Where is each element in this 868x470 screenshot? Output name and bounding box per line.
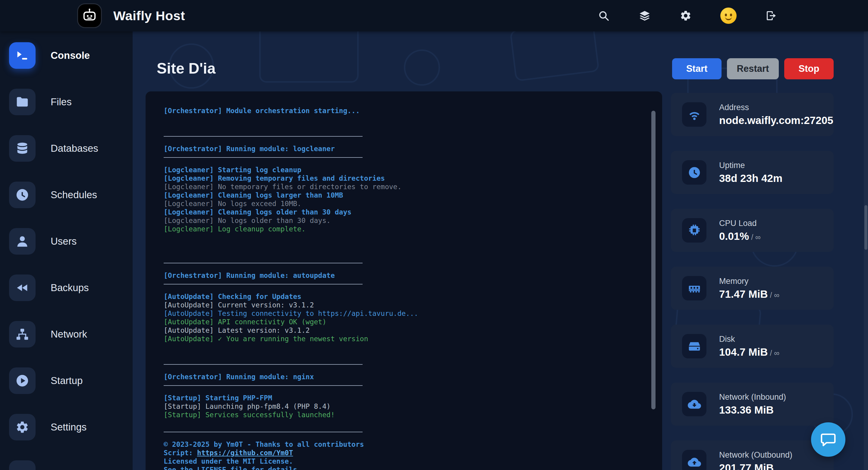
console-line [164,419,644,428]
app-logo[interactable] [77,3,102,28]
cloud-upload-icon [682,450,707,470]
console-line [164,115,644,123]
sidebar-item-label: Files [51,96,72,108]
sidebar-item-network[interactable]: Network [9,321,133,348]
console-line [164,385,644,394]
sidebar-nav: ConsoleFilesDatabasesSchedulesUsersBacku… [0,42,133,470]
wifi-icon [682,102,707,127]
stat-suffix: / ∞ [768,349,779,357]
folder-icon [9,89,36,115]
robot-icon [81,6,98,25]
sidebar-item-label: Backups [51,282,89,294]
console-line: © 2023-2025 by Ym0T - Thanks to all cont… [164,440,644,448]
console-line: [Orchestrator] Running module: logcleane… [164,145,644,153]
console-scrollbar-thumb[interactable] [651,111,655,409]
console-line [164,432,644,440]
clock-icon [9,182,36,208]
stat-label: Network (Outbound) [719,450,792,460]
sidebar-item-backups[interactable]: Backups [9,274,133,301]
sidebar-item-label: Startup [51,375,83,386]
console-line: [AutoUpdate] Checking for Updates [164,292,644,301]
app-title: Waifly Host [113,8,185,23]
sidebar: ConsoleFilesDatabasesSchedulesUsersBacku… [0,31,133,470]
stat-label: Address [719,103,833,112]
console-line: [AutoUpdate] Latest version: v3.1.2 [164,326,644,334]
console-line: [Orchestrator] Module orchestration star… [164,107,644,115]
stat-label: Disk [719,334,779,344]
sidebar-item-label: Network [51,328,87,340]
console-line [164,157,644,166]
restart-button[interactable]: Restart [727,58,779,79]
layers-icon[interactable] [638,9,651,22]
sidebar-item-partial[interactable] [9,460,133,470]
stat-value: 0.01% / ∞ [719,230,761,242]
stat-label: Network (Inbound) [719,392,786,402]
sidebar-item-databases[interactable]: Databases [9,135,133,162]
console-line: [AutoUpdate] ✓ You are running the newes… [164,334,644,343]
network-icon [9,321,36,348]
sidebar-item-startup[interactable]: Startup [9,368,133,394]
sidebar-item-label: Settings [51,421,87,433]
gears-icon[interactable] [679,9,692,22]
stat-value: node.waifly.com:27205 [719,114,833,126]
console-line: [AutoUpdate] Testing connectivity to htt… [164,309,644,318]
sidebar-item-users[interactable]: Users [9,228,133,255]
gear-icon [9,414,36,440]
console-line: See the LICENSE file for details. [164,466,644,470]
disk-icon [682,334,707,358]
console-line [164,364,644,373]
console-line: [Logcleaner] Cleaning logs older than 30… [164,208,644,216]
stat-card-uptime: Uptime38d 23h 42m [671,151,834,194]
stat-label: Memory [719,276,779,286]
sidebar-item-files[interactable]: Files [9,89,133,115]
console-line: [AutoUpdate] API connectivity OK (wget) [164,318,644,326]
console-line: [Orchestrator] Running module: nginx [164,373,644,381]
user-avatar[interactable] [720,7,737,24]
console-panel[interactable]: [Orchestrator] Module orchestration star… [146,91,662,470]
background-doodle [259,31,359,83]
stat-value: 71.47 MiB / ∞ [719,288,779,300]
blank-icon [9,460,36,470]
console-line: [Logcleaner] Starting log cleanup [164,166,644,174]
console-line: Script: https://github.com/Ym0T [164,448,644,457]
sidebar-item-console[interactable]: Console [9,42,133,69]
console-line [164,242,644,250]
console-line [164,123,644,132]
start-button[interactable]: Start [672,58,721,79]
sidebar-item-settings[interactable]: Settings [9,414,133,440]
console-output: [Orchestrator] Module orchestration star… [164,107,644,470]
memory-icon [682,276,707,300]
stat-value: 104.7 MiB / ∞ [719,346,779,358]
console-line [164,263,644,271]
stat-value: 133.36 MiB [719,404,786,416]
terminal-icon [9,42,36,69]
stat-card-net-out: Network (Outbound)201.77 MiB [671,440,834,470]
sidebar-item-schedules[interactable]: Schedules [9,182,133,208]
stat-value: 38d 23h 42m [719,172,782,184]
logout-icon[interactable] [765,9,778,22]
cloud-download-icon [682,392,707,416]
stat-suffix: / ∞ [749,233,761,241]
sidebar-item-label: Schedules [51,189,97,201]
play-icon [9,368,36,394]
console-line [164,233,644,242]
stat-card-net-in: Network (Inbound)133.36 MiB [671,383,834,425]
clock-icon [682,160,707,185]
stat-value: 201.77 MiB [719,462,792,470]
stop-button[interactable]: Stop [784,58,834,79]
search-icon[interactable] [597,9,610,22]
console-line [164,351,644,360]
console-line: [Logcleaner] No temporary files or direc… [164,182,644,191]
page-scrollbar[interactable] [864,31,868,470]
chat-button[interactable] [811,422,845,457]
page-scrollbar-thumb[interactable] [864,205,867,250]
console-link[interactable]: https://github.com/Ym0T [197,449,293,457]
cpu-icon [682,218,707,242]
background-doodle [510,31,600,82]
console-line: [Logcleaner] Log cleanup complete. [164,225,644,233]
chat-icon [820,431,837,448]
stat-card-disk: Disk104.7 MiB / ∞ [671,325,834,368]
stat-card-cpu: CPU Load0.01% / ∞ [671,209,834,252]
console-line: [Orchestrator] Running module: autoupdat… [164,271,644,280]
console-line: [Startup] Launching php-fpm8.4 (PHP 8.4) [164,402,644,411]
